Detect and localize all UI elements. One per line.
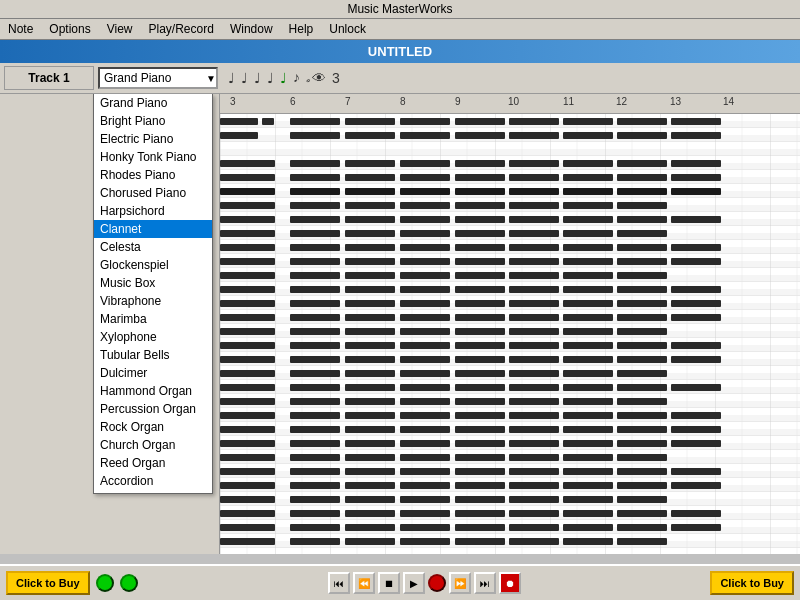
number-icon[interactable]: 3 — [330, 69, 342, 87]
svg-rect-43 — [671, 174, 721, 181]
note-icon-7[interactable]: 𝅗 — [304, 69, 308, 87]
green-indicator-left[interactable] — [96, 574, 114, 592]
dropdown-item-reed-organ[interactable]: Reed Organ — [94, 454, 212, 472]
svg-rect-208 — [671, 440, 721, 447]
svg-rect-130 — [671, 314, 721, 321]
svg-rect-160 — [400, 370, 450, 377]
svg-rect-163 — [563, 370, 613, 377]
svg-rect-220 — [400, 468, 450, 475]
svg-rect-188 — [563, 412, 613, 419]
svg-rect-154 — [563, 356, 613, 363]
note-icon-4[interactable]: ♩ — [265, 69, 276, 88]
svg-rect-259 — [617, 524, 667, 531]
dropdown-item-percussion-organ[interactable]: Percussion Organ — [94, 400, 212, 418]
play-button[interactable]: ▶ — [403, 572, 425, 594]
menu-window[interactable]: Window — [226, 21, 277, 37]
note-icon-5[interactable]: ♩ — [278, 69, 289, 88]
instrument-value: Grand Piano — [104, 71, 171, 85]
fast-forward-button[interactable]: ⏩ — [449, 572, 471, 594]
dropdown-item-harmonica[interactable]: Harmonica — [94, 490, 212, 494]
svg-rect-85 — [617, 244, 667, 251]
record-button[interactable] — [428, 574, 446, 592]
note-icon-6[interactable]: ♪ — [291, 69, 302, 87]
click-to-buy-right[interactable]: Click to Buy — [710, 571, 794, 595]
dropdown-item-hammond-organ[interactable]: Hammond Organ — [94, 382, 212, 400]
svg-rect-234 — [671, 482, 721, 489]
dropdown-item-dulcimer[interactable]: Dulcimer — [94, 364, 212, 382]
menu-unlock[interactable]: Unlock — [325, 21, 370, 37]
svg-rect-41 — [563, 174, 613, 181]
dropdown-item-rock-organ[interactable]: Rock Organ — [94, 418, 212, 436]
rewind-to-start-button[interactable]: ⏮ — [328, 572, 350, 594]
menu-options[interactable]: Options — [45, 21, 94, 37]
dropdown-item-honky-tonk-piano[interactable]: Honky Tonk Piano — [94, 148, 212, 166]
svg-rect-62 — [290, 216, 340, 223]
svg-rect-181 — [617, 398, 667, 405]
dropdown-item-music-box[interactable]: Music Box — [94, 274, 212, 292]
svg-rect-75 — [509, 230, 559, 237]
dropdown-item-marimba[interactable]: Marimba — [94, 310, 212, 328]
dropdown-item-accordion[interactable]: Accordion — [94, 472, 212, 490]
transport-controls: ⏮ ⏪ ⏹ ▶ ⏩ ⏭ ⏺ — [328, 572, 521, 594]
skip-forward-button[interactable]: ⏭ — [474, 572, 496, 594]
svg-rect-135 — [455, 328, 505, 335]
menu-playrecord[interactable]: Play/Record — [145, 21, 218, 37]
menu-help[interactable]: Help — [285, 21, 318, 37]
dropdown-item-tubular-bells[interactable]: Tubular Bells — [94, 346, 212, 364]
rewind-button[interactable]: ⏪ — [353, 572, 375, 594]
note-icon-3[interactable]: ♩ — [252, 69, 263, 88]
track-row: Track 1 Grand Piano ▼ ♩ ♩ ♩ ♩ ♩ ♪ 𝅗 👁 3 — [0, 63, 800, 94]
instrument-select[interactable]: Grand Piano — [98, 67, 218, 89]
measure-10: 10 — [508, 96, 519, 107]
svg-rect-265 — [455, 538, 505, 545]
dropdown-item-glockenspiel[interactable]: Glockenspiel — [94, 256, 212, 274]
svg-rect-116 — [400, 300, 450, 307]
buy-label-right: Click to Buy — [720, 577, 784, 589]
svg-rect-139 — [220, 342, 275, 349]
dropdown-item-celesta[interactable]: Celesta — [94, 238, 212, 256]
svg-rect-141 — [345, 342, 395, 349]
svg-rect-98 — [345, 272, 395, 279]
left-panel: Grand Piano Bright Piano Electric Piano … — [0, 94, 220, 554]
svg-rect-126 — [455, 314, 505, 321]
svg-rect-104 — [220, 286, 275, 293]
svg-rect-256 — [455, 524, 505, 531]
svg-rect-255 — [400, 524, 450, 531]
svg-rect-207 — [617, 440, 667, 447]
dropdown-item-vibraphone[interactable]: Vibraphone — [94, 292, 212, 310]
svg-rect-101 — [509, 272, 559, 279]
stop-button[interactable]: ⏹ — [378, 572, 400, 594]
click-to-buy-left[interactable]: Click to Buy — [6, 571, 90, 595]
note-icon-1[interactable]: ♩ — [226, 69, 237, 88]
eye-icon[interactable]: 👁 — [310, 69, 328, 87]
svg-rect-213 — [455, 454, 505, 461]
svg-rect-82 — [455, 244, 505, 251]
svg-rect-25 — [671, 132, 721, 139]
svg-rect-102 — [563, 272, 613, 279]
svg-rect-236 — [290, 496, 340, 503]
svg-rect-142 — [400, 342, 450, 349]
green-indicator-2[interactable] — [120, 574, 138, 592]
svg-rect-231 — [509, 482, 559, 489]
dropdown-item-grand-piano[interactable]: Grand Piano — [94, 94, 212, 112]
dropdown-item-chorused-piano[interactable]: Chorused Piano — [94, 184, 212, 202]
svg-rect-109 — [509, 286, 559, 293]
loop-button[interactable]: ⏺ — [499, 572, 521, 594]
dropdown-item-bright-piano[interactable]: Bright Piano — [94, 112, 212, 130]
note-icon-2[interactable]: ♩ — [239, 69, 250, 88]
svg-rect-201 — [290, 440, 340, 447]
dropdown-item-church-organ[interactable]: Church Organ — [94, 436, 212, 454]
menu-note[interactable]: Note — [4, 21, 37, 37]
dropdown-item-clannet[interactable]: Clannet — [94, 220, 212, 238]
svg-rect-155 — [617, 356, 667, 363]
svg-rect-218 — [290, 468, 340, 475]
instrument-dropdown[interactable]: Grand Piano Bright Piano Electric Piano … — [93, 94, 213, 494]
svg-rect-175 — [290, 398, 340, 405]
menu-view[interactable]: View — [103, 21, 137, 37]
svg-rect-133 — [345, 328, 395, 335]
dropdown-item-xylophone[interactable]: Xylophone — [94, 328, 212, 346]
dropdown-item-harpsichord[interactable]: Harpsichord — [94, 202, 212, 220]
app-title: UNTITLED — [0, 40, 800, 63]
dropdown-item-rhodes-piano[interactable]: Rhodes Piano — [94, 166, 212, 184]
dropdown-item-electric-piano[interactable]: Electric Piano — [94, 130, 212, 148]
